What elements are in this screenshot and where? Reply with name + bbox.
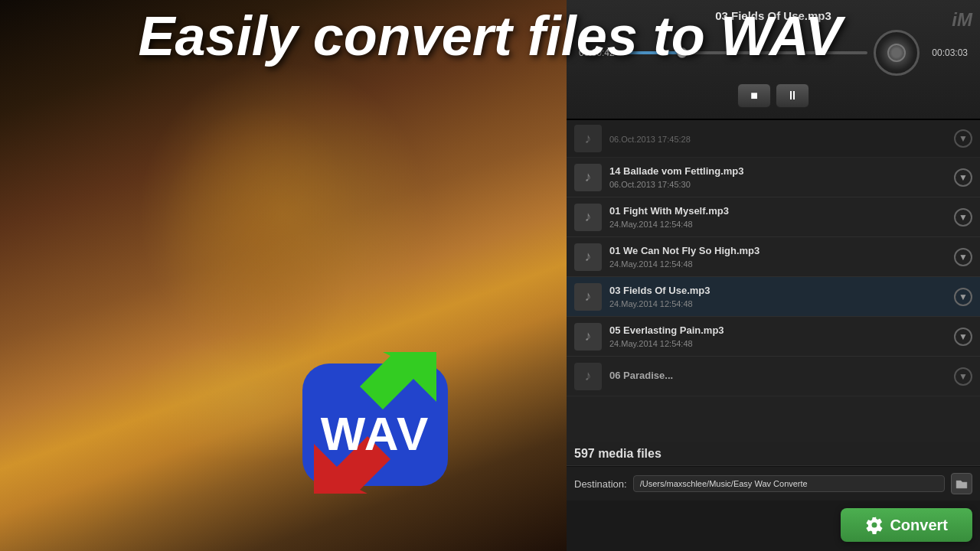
stop-button[interactable]: ■ bbox=[737, 83, 771, 108]
file-name: 14 Ballade vom Fettling.mp3 bbox=[609, 165, 954, 178]
media-count-text: 597 media files bbox=[574, 447, 662, 461]
vinyl-disc bbox=[874, 30, 920, 76]
wav-logo: WAV bbox=[291, 337, 459, 505]
player-section: 03 Fields Of Use.mp3 00:00:42 00:03:03 ■… bbox=[567, 0, 980, 120]
seek-bar-container[interactable] bbox=[627, 51, 867, 54]
convert-button[interactable]: Convert bbox=[841, 508, 972, 542]
music-note-icon: ♪ bbox=[585, 289, 592, 305]
folder-browse-button[interactable] bbox=[951, 473, 972, 494]
file-name: 01 We Can Not Fly So High.mp3 bbox=[609, 245, 954, 258]
player-time-current: 00:00:42 bbox=[579, 47, 621, 58]
media-count-bar: 597 media files bbox=[567, 442, 980, 466]
file-info: 01 Fight With Myself.mp3 24.May.2014 12:… bbox=[609, 205, 954, 229]
list-item[interactable]: ♪ 03 Fields Of Use.mp3 24.May.2014 12:54… bbox=[567, 277, 980, 317]
music-note-icon: ♪ bbox=[585, 249, 592, 265]
list-item[interactable]: ♪ 06 Paradise... ▼ bbox=[567, 357, 980, 396]
file-date: 06.Oct.2013 17:45:28 bbox=[609, 135, 954, 144]
file-name: 03 Fields Of Use.mp3 bbox=[609, 285, 954, 298]
file-info: 06.Oct.2013 17:45:28 bbox=[609, 133, 954, 144]
file-icon: ♪ bbox=[574, 323, 602, 350]
file-date: 24.May.2014 12:54:48 bbox=[609, 259, 954, 269]
file-date: 24.May.2014 12:54:48 bbox=[609, 299, 954, 308]
music-note-icon: ♪ bbox=[585, 209, 592, 225]
file-info: 01 We Can Not Fly So High.mp3 24.May.201… bbox=[609, 245, 954, 269]
list-item[interactable]: ♪ 06.Oct.2013 17:45:28 ▼ bbox=[567, 120, 980, 158]
download-icon[interactable]: ▼ bbox=[954, 129, 972, 148]
destination-label: Destination: bbox=[574, 478, 627, 490]
pause-button[interactable]: ⏸ bbox=[776, 83, 809, 108]
file-date: 06.Oct.2013 17:45:30 bbox=[609, 180, 954, 189]
file-date: 24.May.2014 12:54:48 bbox=[609, 220, 954, 229]
download-arrow-icon[interactable]: ▼ bbox=[954, 208, 972, 227]
file-icon: ♪ bbox=[574, 243, 602, 271]
list-item[interactable]: ♪ 05 Everlasting Pain.mp3 24.May.2014 12… bbox=[567, 317, 980, 357]
file-name: 05 Everlasting Pain.mp3 bbox=[609, 324, 954, 337]
music-note-icon: ♪ bbox=[585, 328, 592, 344]
convert-row: Convert bbox=[567, 500, 980, 551]
file-name: 01 Fight With Myself.mp3 bbox=[609, 205, 954, 218]
file-date: 24.May.2014 12:54:48 bbox=[609, 339, 954, 348]
music-note-icon: ♪ bbox=[585, 368, 592, 384]
player-time-total: 00:03:03 bbox=[926, 47, 968, 58]
file-name: 06 Paradise... bbox=[609, 370, 954, 383]
download-arrow-icon[interactable]: ▼ bbox=[954, 328, 972, 346]
download-arrow-icon[interactable]: ▼ bbox=[954, 288, 972, 306]
file-icon: ♪ bbox=[574, 363, 602, 390]
list-item[interactable]: ♪ 01 We Can Not Fly So High.mp3 24.May.2… bbox=[567, 237, 980, 277]
player-filename: 03 Fields Of Use.mp3 bbox=[579, 9, 968, 22]
file-info: 05 Everlasting Pain.mp3 24.May.2014 12:5… bbox=[609, 324, 954, 348]
file-icon: ♪ bbox=[574, 125, 602, 152]
list-item[interactable]: ♪ 01 Fight With Myself.mp3 24.May.2014 1… bbox=[567, 197, 980, 237]
music-note-icon: ♪ bbox=[585, 169, 592, 185]
gear-icon bbox=[865, 516, 884, 534]
destination-row: Destination: /Users/maxschlee/Music/Easy… bbox=[567, 466, 980, 500]
file-info: 06 Paradise... bbox=[609, 370, 954, 383]
file-icon: ♪ bbox=[574, 283, 602, 311]
convert-button-label: Convert bbox=[890, 517, 948, 534]
right-panel: 03 Fields Of Use.mp3 00:00:42 00:03:03 ■… bbox=[567, 0, 980, 551]
file-icon: ♪ bbox=[574, 204, 602, 231]
download-arrow-icon[interactable]: ▼ bbox=[954, 168, 972, 187]
watermark: iM bbox=[952, 9, 972, 31]
music-note-icon: ♪ bbox=[585, 131, 592, 147]
photo-background bbox=[0, 0, 567, 551]
file-info: 14 Ballade vom Fettling.mp3 06.Oct.2013 … bbox=[609, 165, 954, 189]
seek-knob[interactable] bbox=[677, 47, 688, 58]
list-item[interactable]: ♪ 14 Ballade vom Fettling.mp3 06.Oct.201… bbox=[567, 158, 980, 197]
download-arrow-icon[interactable]: ▼ bbox=[954, 367, 972, 386]
seek-bar[interactable] bbox=[627, 51, 867, 54]
download-arrow-icon[interactable]: ▼ bbox=[954, 248, 972, 266]
file-info: 03 Fields Of Use.mp3 24.May.2014 12:54:4… bbox=[609, 285, 954, 308]
destination-path-select[interactable]: /Users/maxschlee/Music/Easy Wav Converte bbox=[633, 475, 945, 492]
file-list[interactable]: ♪ 14 Ballade vom Fettling.mp3 06.Oct.201… bbox=[567, 158, 980, 442]
transport-buttons: ■ ⏸ bbox=[579, 83, 968, 108]
file-icon: ♪ bbox=[574, 164, 602, 191]
svg-text:WAV: WAV bbox=[321, 407, 430, 460]
